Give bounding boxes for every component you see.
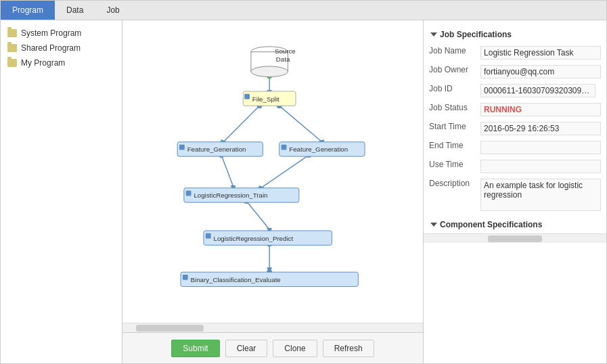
flow-diagram: Source Data File_Split Feature_Generatio… xyxy=(122,20,423,323)
spec-label-job-status: Job Status xyxy=(424,100,475,119)
sidebar-item-system-program[interactable]: System Program xyxy=(1,26,122,41)
sidebar-label-system: System Program xyxy=(21,28,81,38)
svg-line-4 xyxy=(223,106,259,141)
canvas-area: Source Data File_Split Feature_Generatio… xyxy=(122,20,424,364)
canvas-toolbar: Submit Clear Clone Refresh xyxy=(122,332,423,364)
svg-text:Binary_Classification_Evaluate: Binary_Classification_Evaluate xyxy=(191,276,281,283)
spec-label-use-time: Use Time xyxy=(424,157,475,176)
right-panel: Job Specifications Job Name Logistic Reg… xyxy=(424,20,606,364)
spec-row-job-status: Job Status RUNNING xyxy=(424,100,606,119)
svg-rect-49 xyxy=(183,275,188,280)
right-panel-scrollbar[interactable] xyxy=(424,233,606,243)
job-specs-table: Job Name Logistic Regression Task Job Ow… xyxy=(424,43,606,216)
svg-text:LogisticRegression_Predict: LogisticRegression_Predict xyxy=(214,235,294,242)
spec-label-job-name: Job Name xyxy=(424,43,475,62)
submit-button[interactable]: Submit xyxy=(171,340,219,357)
svg-text:File_Split: File_Split xyxy=(252,95,279,103)
spec-row-start-time: Start Time 2016-05-29 16:26:53 xyxy=(424,119,606,138)
svg-line-8 xyxy=(279,106,322,141)
spec-value-job-id: 0000611-160307093203096-bda- xyxy=(475,81,606,100)
component-specs-title: Component Specifications xyxy=(424,216,606,233)
spec-value-description: An example task for logistic regression xyxy=(475,176,606,216)
spec-row-job-owner: Job Owner fortianyou@qq.com xyxy=(424,62,606,81)
tab-data[interactable]: Data xyxy=(55,1,95,20)
spec-row-job-name: Job Name Logistic Regression Task xyxy=(424,43,606,62)
spec-row-end-time: End Time xyxy=(424,138,606,157)
spec-label-description: Description xyxy=(424,176,475,216)
sidebar-item-my-program[interactable]: My Program xyxy=(1,55,122,70)
right-scroll-thumb[interactable] xyxy=(488,235,542,242)
triangle-down-icon xyxy=(430,32,437,37)
svg-text:Data: Data xyxy=(276,55,290,63)
component-specs-label: Component Specifications xyxy=(440,220,542,229)
spec-value-job-status: RUNNING xyxy=(475,100,606,119)
sidebar: System Program Shared Program My Program xyxy=(1,20,122,364)
spec-label-job-id: Job ID xyxy=(424,81,475,100)
spec-value-end-time xyxy=(475,138,606,157)
svg-line-12 xyxy=(221,155,233,187)
spec-value-job-name: Logistic Regression Task xyxy=(475,43,606,62)
sidebar-item-shared-program[interactable]: Shared Program xyxy=(1,41,122,55)
svg-text:LogisticRegression_Train: LogisticRegression_Train xyxy=(194,191,267,199)
folder-icon-my xyxy=(7,59,17,67)
svg-rect-34 xyxy=(244,94,250,99)
svg-rect-46 xyxy=(206,233,211,239)
clear-button[interactable]: Clear xyxy=(225,340,268,357)
spec-label-start-time: Start Time xyxy=(424,119,475,138)
svg-rect-37 xyxy=(179,145,185,150)
tab-job[interactable]: Job xyxy=(95,1,131,20)
spec-value-job-owner: fortianyou@qq.com xyxy=(475,62,606,81)
svg-line-20 xyxy=(246,201,269,229)
main-layout: System Program Shared Program My Program xyxy=(1,20,606,364)
svg-text:Source: Source xyxy=(275,47,296,55)
job-specs-label: Job Specifications xyxy=(440,30,512,39)
svg-line-16 xyxy=(263,155,309,187)
spec-row-use-time: Use Time xyxy=(424,157,606,176)
top-tabs: Program Data Job xyxy=(1,1,606,20)
tab-program[interactable]: Program xyxy=(1,1,55,20)
sidebar-label-my: My Program xyxy=(21,58,65,68)
refresh-button[interactable]: Refresh xyxy=(323,340,374,357)
spec-value-start-time: 2016-05-29 16:26:53 xyxy=(475,119,606,138)
svg-text:Feature_Generation: Feature_Generation xyxy=(187,145,246,153)
spec-row-description: Description An example task for logistic… xyxy=(424,176,606,216)
sidebar-label-shared: Shared Program xyxy=(21,43,81,53)
triangle-down-icon-2 xyxy=(430,223,437,227)
clone-button[interactable]: Clone xyxy=(273,340,317,357)
svg-point-30 xyxy=(251,66,288,77)
canvas-horizontal-scrollbar[interactable] xyxy=(122,323,423,332)
svg-text:Feature_Generation: Feature_Generation xyxy=(289,145,348,153)
spec-label-end-time: End Time xyxy=(424,138,475,157)
description-textarea[interactable]: An example task for logistic regression xyxy=(480,179,601,211)
svg-rect-43 xyxy=(186,191,192,196)
job-specs-title: Job Specifications xyxy=(424,26,606,43)
canvas[interactable]: Source Data File_Split Feature_Generatio… xyxy=(122,20,423,323)
spec-row-job-id: Job ID 0000611-160307093203096-bda- xyxy=(424,81,606,100)
spec-label-job-owner: Job Owner xyxy=(424,62,475,81)
folder-icon xyxy=(7,29,17,37)
folder-icon-shared xyxy=(7,44,17,52)
spec-value-use-time xyxy=(475,157,606,176)
canvas-scroll-thumb[interactable] xyxy=(136,325,204,332)
svg-rect-40 xyxy=(282,145,287,150)
